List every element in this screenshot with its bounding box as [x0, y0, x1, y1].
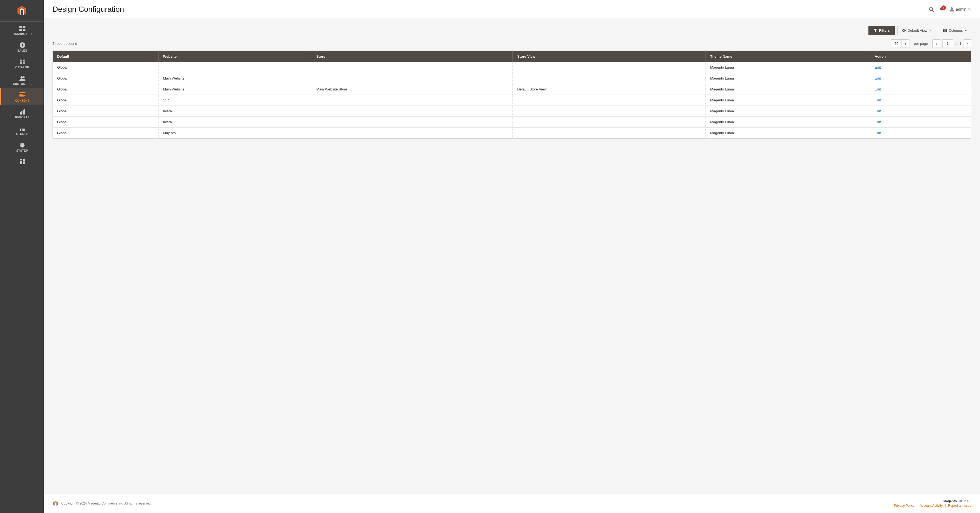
privacy-policy-link[interactable]: Privacy Policy [894, 504, 915, 508]
footer-magento-label: Magento [943, 499, 957, 503]
page-number-input[interactable] [942, 39, 953, 48]
footer-separator-2: | [945, 504, 946, 508]
view-chevron-down-icon [929, 30, 932, 32]
notifications-button[interactable]: 1 [939, 6, 945, 12]
next-page-button[interactable]: › [964, 39, 971, 48]
page-title: Design Configuration [52, 5, 124, 14]
sidebar-item-content[interactable]: CONTENT [0, 88, 44, 105]
cell-store_view-0 [513, 62, 706, 73]
sidebar-navigation: DASHBOARD SALES CATALOG CUSTOMERS CONTEN [0, 22, 44, 168]
svg-rect-6 [19, 92, 25, 93]
stores-icon [19, 125, 26, 132]
cell-default-2: Global [53, 84, 159, 95]
svg-rect-0 [19, 26, 22, 28]
svg-rect-13 [24, 109, 25, 114]
cell-default-3: Global [53, 95, 159, 106]
sidebar: DASHBOARD SALES CATALOG CUSTOMERS CONTEN [0, 0, 44, 513]
catalog-icon [19, 59, 26, 65]
svg-rect-9 [19, 97, 24, 97]
svg-rect-24 [945, 29, 945, 32]
cell-theme_name-3: Magento Luma [706, 95, 870, 106]
edit-link-5[interactable]: Edit [875, 120, 881, 124]
cell-store_view-4 [513, 106, 706, 117]
customers-icon [19, 75, 26, 81]
per-page-dropdown-button[interactable]: ▼ [902, 40, 909, 47]
filter-icon [873, 29, 877, 32]
sidebar-item-catalog[interactable]: CATALOG [0, 55, 44, 71]
records-count: 7 records found [52, 41, 77, 46]
svg-rect-19 [20, 159, 22, 160]
edit-link-3[interactable]: Edit [875, 98, 881, 102]
footer-copyright: Copyright © 2024 Magento Commerce Inc. A… [61, 502, 151, 505]
chevron-down-icon [968, 8, 971, 10]
svg-point-22 [951, 7, 953, 10]
sidebar-item-reports[interactable]: REPORTS [0, 105, 44, 122]
toolbar: Filters Default View Columns [52, 26, 971, 35]
sidebar-item-customers[interactable]: CUSTOMERS [0, 71, 44, 88]
svg-rect-10 [20, 112, 21, 114]
footer-separator-1: | [917, 504, 918, 508]
cell-store-4 [312, 106, 513, 117]
cell-action-2: Edit [870, 84, 971, 95]
top-header: Design Configuration 1 admin [44, 0, 980, 18]
svg-rect-25 [946, 29, 947, 32]
cell-default-6: Global [53, 128, 159, 138]
page-body: Filters Default View Columns [44, 18, 980, 483]
reports-label: REPORTS [15, 116, 30, 119]
footer-right: Magento ver. 2.4.0 Privacy Policy | Acco… [894, 499, 971, 508]
svg-rect-16 [20, 161, 22, 164]
filters-button[interactable]: Filters [869, 26, 895, 35]
cell-theme_name-1: Magento Luma [706, 73, 870, 84]
sales-label: SALES [18, 49, 27, 52]
svg-rect-11 [21, 111, 22, 114]
svg-rect-17 [23, 159, 25, 162]
sidebar-item-dashboard[interactable]: DASHBOARD [0, 22, 44, 38]
edit-link-1[interactable]: Edit [875, 76, 881, 80]
sidebar-item-extensions[interactable] [0, 155, 44, 168]
cell-default-0: Global [53, 62, 159, 73]
cell-website-0 [159, 62, 312, 73]
per-page-value: 20 [891, 40, 902, 48]
prev-page-button[interactable]: ‹ [932, 39, 940, 48]
table-header: Default Website Store Store View Theme N… [53, 51, 971, 62]
svg-rect-7 [19, 94, 23, 95]
search-button[interactable] [929, 6, 934, 12]
table-body: GlobalMagento LumaEditGlobalMain Website… [53, 62, 971, 138]
user-icon [950, 7, 954, 12]
pagination-controls: 20 ▼ per page ‹ of 1 › [891, 39, 971, 48]
cell-store-6 [312, 128, 513, 138]
cell-action-0: Edit [870, 62, 971, 73]
cell-store_view-1 [513, 73, 706, 84]
cell-theme_name-6: Magento Luma [706, 128, 870, 138]
sidebar-item-stores[interactable]: STORES [0, 122, 44, 138]
view-button[interactable]: Default View [897, 26, 936, 35]
cell-store_view-2: Default Store View [513, 84, 706, 95]
cell-theme_name-4: Magento Luma [706, 106, 870, 117]
edit-link-4[interactable]: Edit [875, 109, 881, 113]
table-row: GlobalMain WebsiteMain Website StoreDefa… [53, 84, 971, 95]
svg-rect-1 [23, 26, 25, 28]
footer-left: Copyright © 2024 Magento Commerce Inc. A… [52, 500, 151, 507]
edit-link-6[interactable]: Edit [875, 131, 881, 135]
cell-website-1: Main Website [159, 73, 312, 84]
filters-label: Filters [879, 29, 890, 33]
footer-logo-icon [52, 500, 59, 507]
report-issue-link[interactable]: Report an Issue [948, 504, 971, 508]
pagination-row: 7 records found 20 ▼ per page ‹ of 1 › [52, 39, 971, 48]
edit-link-2[interactable]: Edit [875, 87, 881, 91]
admin-user-menu[interactable]: admin [950, 7, 971, 12]
columns-button[interactable]: Columns [939, 26, 971, 35]
col-header-store-view: Store View [513, 51, 706, 62]
footer-version: Magento ver. 2.4.0 [894, 499, 971, 503]
per-page-selector: 20 ▼ [891, 39, 910, 48]
table-row: GlobalriveraMagento LumaEdit [53, 117, 971, 128]
columns-label: Columns [949, 29, 963, 33]
edit-link-0[interactable]: Edit [875, 65, 881, 70]
svg-rect-15 [21, 129, 22, 131]
account-activity-link[interactable]: Account Activity [920, 504, 943, 508]
cell-website-3: 117 [159, 95, 312, 106]
cell-store-3 [312, 95, 513, 106]
cell-action-4: Edit [870, 106, 971, 117]
sidebar-item-sales[interactable]: SALES [0, 38, 44, 55]
sidebar-item-system[interactable]: SYSTEM [0, 138, 44, 155]
